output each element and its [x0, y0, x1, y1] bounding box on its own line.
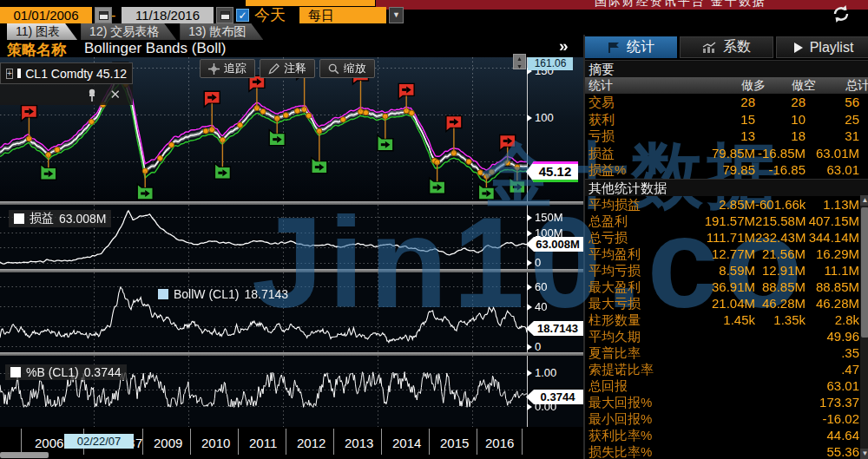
table-row: 总回报63.01 [585, 377, 859, 394]
table-row: 平均盈利12.77M21.56M16.29M [585, 246, 859, 262]
view-tab-2[interactable]: 12) 交易表格 [81, 23, 176, 40]
stats-tab-2[interactable]: 系数 [680, 36, 773, 58]
period-dropdown-button[interactable]: ▼ [389, 7, 404, 23]
year-label: 2016 [485, 436, 514, 450]
year-separator [429, 429, 430, 455]
time-axis: 02/22/07 7 20062008200920102011201220132… [0, 427, 583, 459]
calendar-icon [220, 11, 230, 20]
table-row: 亏损131831 [585, 128, 859, 144]
year-label: 2015 [440, 436, 469, 450]
stats-panel: 统计系数Playlist 摘要 统计做多做空总计 交易282856获利15102… [583, 35, 868, 459]
end-date-input[interactable]: 11/18/2016 [122, 7, 214, 23]
scroll-down-arrow[interactable]: ▼ [860, 449, 868, 459]
expand-panel-chevrons[interactable]: » [559, 36, 569, 56]
period-select[interactable]: 每日 [299, 7, 386, 23]
series-name: CL1 Comdty [25, 67, 93, 81]
calendar-icon [99, 11, 108, 20]
y-tick-100: 100 [535, 112, 554, 123]
year-separator [522, 429, 523, 455]
pencil-icon [268, 63, 279, 75]
y-tick-0: 0 [535, 341, 541, 352]
pin-icon[interactable] [87, 89, 97, 102]
bollw-last-tag: 18.7143 [526, 321, 583, 336]
year-label: 2014 [392, 436, 421, 450]
table-row: 损益%79.85-16.8563.01 [585, 161, 859, 178]
zoom-button[interactable]: 缩放 [319, 59, 375, 78]
table-row: 平均亏损8.59M12.91M11.1M [585, 262, 859, 279]
series-swatch [17, 69, 21, 78]
series-last-value: 45.12 [96, 67, 127, 81]
series-last-value: 63.008M [59, 212, 106, 226]
y-tick-150M: 150M [535, 212, 563, 223]
axis-top-value-tag: 161.06 [528, 57, 573, 70]
pnl-last-tag: 63.008M [526, 237, 583, 252]
series-last-value: 0.3744 [84, 365, 122, 379]
axis-spinner[interactable]: ▲▼ [513, 54, 526, 69]
end-date-calendar-button[interactable] [216, 7, 233, 23]
scroll-up-arrow[interactable]: ▲ [860, 195, 868, 206]
magnifier-icon [328, 63, 339, 75]
y-tick-40: 40 [535, 301, 547, 312]
year-label: 2012 [297, 436, 326, 450]
year-separator [238, 429, 239, 455]
pctb-legend: %B (CL1) 0.3744 [5, 364, 127, 380]
table-row: 损失比率%55.36 [585, 443, 859, 459]
pctb-chart-panel: 1.00 0.3744 0.00 %B (CL1) 0.3744 [0, 356, 583, 427]
scrollbar-thumb[interactable] [861, 207, 868, 338]
year-label: 2013 [345, 436, 373, 450]
last-price-tag: 45.12 [526, 161, 578, 182]
legend-expander-button[interactable]: + [6, 69, 13, 79]
horizontal-scrollbar[interactable] [0, 452, 49, 458]
series-name: %B (CL1) [26, 365, 79, 379]
price-legend: + CL1 Comdty 45.12 [0, 62, 133, 84]
view-tab-3[interactable]: 13) 散布图 [180, 23, 263, 40]
clipped-toolbar-field [246, 0, 375, 6]
y-axis-line [527, 57, 528, 201]
stats-column-header: 统计做多做空总计 [585, 77, 868, 94]
stats-tab-bar: 统计系数Playlist [585, 36, 868, 58]
stats-scrollbar[interactable]: ▲ ▼ [860, 195, 868, 459]
start-date-input[interactable]: 01/01/2006 [0, 7, 92, 23]
table-row: 夏普比率.35 [585, 344, 859, 361]
summary-section-header: 摘要 [585, 60, 868, 77]
series-name: 损益 [30, 211, 54, 226]
table-row: 柱形数量1.45k1.35k2.8k [585, 311, 859, 328]
refresh-icon[interactable] [830, 4, 852, 23]
year-label-overlap: 7 [135, 436, 142, 450]
bollw-chart-panel: 60 40 18.7143 0 BollW (CL1) 18.7143 [0, 272, 583, 352]
table-row: 平均损益2.85M-601.66k1.13M [585, 196, 859, 213]
play-icon [792, 42, 804, 54]
crosshair-icon [208, 63, 220, 75]
view-tab-1[interactable]: 11) 图表 [7, 23, 77, 40]
close-icon[interactable]: ✕ [109, 87, 121, 102]
pnl-chart-panel: 150M 100M 63.008M 0 损益 63.008M [0, 205, 583, 269]
bollw-chart-canvas[interactable] [0, 272, 527, 352]
track-button[interactable]: 追踪 [200, 59, 255, 78]
table-row: 索提诺比率.47 [585, 361, 859, 377]
table-row: 总盈利191.57M215.58M407.15M [585, 213, 859, 229]
year-separator [286, 429, 286, 455]
annotate-button[interactable]: 注释 [260, 59, 315, 78]
stats-tab-3[interactable]: Playlist [776, 36, 868, 58]
strategy-name-value: Bollinger Bands (Boll) [84, 40, 226, 57]
year-label: 2006 [35, 436, 63, 450]
table-row: 交易282856 [585, 94, 859, 110]
today-label: 今天 [254, 6, 286, 24]
stats-tab-1[interactable]: 统计 [585, 36, 677, 58]
y-axis-line [527, 356, 528, 427]
start-date-calendar-button[interactable] [95, 7, 112, 23]
series-swatch [158, 289, 168, 299]
year-separator [477, 429, 477, 455]
table-row: 最大回报%173.37 [585, 394, 859, 410]
banner-text: 国际财经资讯平台 金十数据 [595, 0, 766, 10]
table-row: 最大亏损21.04M46.28M46.28M [585, 295, 859, 311]
year-label: 2010 [201, 436, 230, 450]
today-checkbox[interactable]: ✓ [236, 9, 249, 22]
year-separator [333, 429, 334, 455]
series-name: BollW (CL1) [174, 287, 239, 301]
year-separator [381, 429, 382, 455]
y-tick-60: 60 [535, 281, 547, 292]
series-last-value: 18.7143 [244, 287, 288, 301]
date-tooltip: 02/22/07 [64, 434, 134, 449]
y-tick-1: 1.00 [535, 367, 556, 378]
